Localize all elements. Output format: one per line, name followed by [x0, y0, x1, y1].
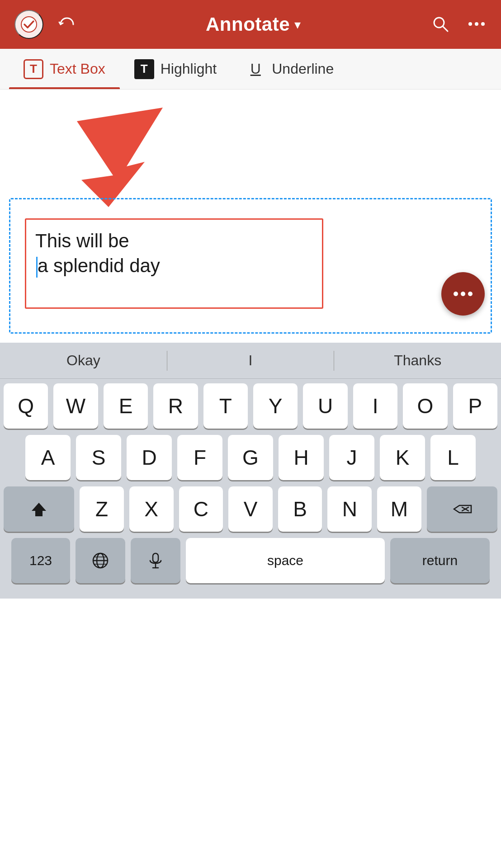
svg-point-5	[481, 22, 485, 26]
svg-marker-7	[32, 503, 46, 516]
key-p[interactable]: P	[453, 383, 497, 429]
fab-dot-2	[461, 292, 465, 296]
key-n[interactable]: N	[327, 486, 372, 532]
tab-textbox[interactable]: T Text Box	[9, 49, 120, 89]
svg-point-4	[475, 22, 478, 26]
key-l[interactable]: L	[430, 435, 476, 480]
key-globe[interactable]	[76, 538, 125, 583]
keyboard-area: Okay I Thanks Q W E R T Y U I O P A S D …	[0, 343, 501, 599]
key-w[interactable]: W	[53, 383, 98, 429]
autocomplete-okay[interactable]: Okay	[0, 348, 167, 373]
more-options-header-button[interactable]	[467, 14, 487, 35]
key-u[interactable]: U	[303, 383, 347, 429]
key-numbers[interactable]: 123	[11, 538, 70, 583]
key-z[interactable]: Z	[80, 486, 124, 532]
key-delete[interactable]	[427, 486, 497, 532]
textbox-icon: T	[24, 59, 43, 79]
keyboard: Q W E R T Y U I O P A S D F G H J K L	[0, 379, 501, 583]
svg-point-3	[468, 22, 472, 26]
svg-rect-15	[153, 553, 158, 562]
key-q[interactable]: Q	[4, 383, 48, 429]
key-f[interactable]: F	[177, 435, 222, 480]
chevron-down-icon[interactable]: ▾	[294, 17, 301, 32]
tab-underline[interactable]: U Underline	[231, 49, 348, 89]
key-t[interactable]: T	[203, 383, 248, 429]
tab-highlight[interactable]: T Highlight	[120, 49, 232, 89]
key-y[interactable]: Y	[253, 383, 298, 429]
svg-line-2	[443, 26, 448, 31]
key-r[interactable]: R	[153, 383, 198, 429]
text-line-1: This will be	[35, 230, 129, 251]
keyboard-row-1: Q W E R T Y U I O P	[4, 383, 497, 429]
key-g[interactable]: G	[228, 435, 273, 480]
check-button[interactable]	[14, 10, 43, 39]
key-a[interactable]: A	[25, 435, 71, 480]
highlight-icon: T	[134, 59, 154, 79]
key-h[interactable]: H	[279, 435, 324, 480]
autocomplete-bar: Okay I Thanks	[0, 343, 501, 379]
key-c[interactable]: C	[179, 486, 223, 532]
header: Annotate ▾	[0, 0, 501, 49]
tab-highlight-label: Highlight	[161, 61, 217, 77]
key-e[interactable]: E	[104, 383, 148, 429]
content-area: This will be a splendid day	[0, 90, 501, 343]
key-b[interactable]: B	[278, 486, 322, 532]
key-j[interactable]: J	[329, 435, 374, 480]
key-v[interactable]: V	[228, 486, 273, 532]
header-right-controls	[430, 14, 487, 35]
svg-point-0	[21, 17, 37, 32]
undo-button[interactable]	[56, 14, 76, 34]
key-i[interactable]: I	[353, 383, 397, 429]
tab-underline-label: Underline	[272, 61, 334, 77]
header-center: Annotate ▾	[76, 14, 430, 35]
keyboard-row-2: A S D F G H J K L	[4, 435, 497, 480]
text-line-2: a splendid day	[38, 255, 160, 276]
text-box-element[interactable]: This will be a splendid day	[25, 218, 323, 309]
key-o[interactable]: O	[403, 383, 447, 429]
key-s[interactable]: S	[76, 435, 121, 480]
search-button[interactable]	[430, 14, 450, 35]
underline-icon: U	[246, 59, 265, 79]
arrow-indicator	[36, 103, 190, 212]
key-space[interactable]: space	[186, 538, 385, 583]
key-x[interactable]: X	[129, 486, 174, 532]
header-left-controls	[14, 10, 76, 39]
tab-bar: T Text Box T Highlight U Underline	[0, 49, 501, 90]
key-microphone[interactable]	[131, 538, 180, 583]
key-k[interactable]: K	[380, 435, 425, 480]
fab-more-button[interactable]	[441, 272, 485, 316]
key-d[interactable]: D	[127, 435, 172, 480]
page-title: Annotate	[206, 14, 290, 35]
tab-textbox-label: Text Box	[50, 61, 105, 77]
autocomplete-thanks[interactable]: Thanks	[334, 348, 501, 373]
svg-marker-6	[77, 108, 163, 207]
keyboard-row-4: 123 space return	[4, 538, 497, 583]
key-m[interactable]: M	[377, 486, 421, 532]
text-box-content: This will be a splendid day	[35, 229, 313, 278]
key-shift[interactable]	[4, 486, 74, 532]
fab-dot-3	[468, 292, 473, 296]
fab-dot-1	[454, 292, 458, 296]
key-return[interactable]: return	[390, 538, 490, 583]
autocomplete-i[interactable]: I	[167, 348, 334, 373]
keyboard-row-3: Z X C V B N M	[4, 486, 497, 532]
